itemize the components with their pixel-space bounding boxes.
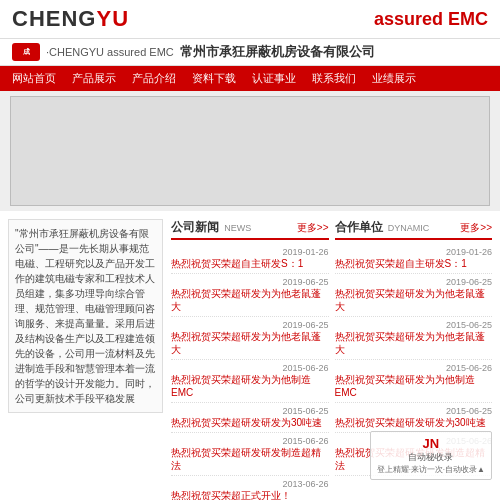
- news-date-6: 2013-06-26: [171, 479, 329, 489]
- news-date-5: 2015-06-26: [171, 436, 329, 446]
- hero-image: [10, 96, 490, 206]
- watermark-sub: 自动秘收录: [377, 451, 485, 464]
- emblem-text: 成: [23, 47, 30, 57]
- brand-text: ·CHENGYU assured EMC: [46, 46, 174, 58]
- nav-intro[interactable]: 产品介绍: [124, 66, 184, 91]
- hero-banner: [0, 91, 500, 211]
- news-title: 公司新闻 NEWS: [171, 219, 251, 236]
- partner-item-3: 2015-06-26 热烈祝贺买荣超研发为为他制造EMC: [335, 360, 493, 403]
- watermark-logo: JN: [377, 436, 485, 451]
- nav-download[interactable]: 资料下载: [184, 66, 244, 91]
- partner-item-2: 2015-06-25 热烈祝贺买荣超研发为为他老鼠蓬大: [335, 317, 493, 360]
- news-item-2: 2019-06-25 热烈祝贺买荣超研发为为他老鼠蓬大: [171, 317, 329, 360]
- news-item-0: 2019-01-26 热烈祝贺买荣超自主研发S：1: [171, 244, 329, 274]
- partner-date-3: 2015-06-26: [335, 363, 493, 373]
- partner-date-1: 2019-06-25: [335, 277, 493, 287]
- company-description: "常州市承狂屏蔽机房设备有限公司"——是一先长期从事规范电磁、工程研究以及产品开…: [8, 219, 163, 413]
- nav-showcase[interactable]: 业绩展示: [364, 66, 424, 91]
- logo-left: CHENGYU: [12, 6, 129, 32]
- watermark: JN 自动秘收录 登上精耀·来访一次·自动收录▲: [370, 431, 492, 480]
- news-header: 公司新闻 NEWS 更多>>: [171, 219, 329, 240]
- news-item-4: 2015-06-25 热烈祝贺买荣超研发研发为30吨速: [171, 403, 329, 433]
- news-link-1[interactable]: 热烈祝贺买荣超研发为为他老鼠蓬大: [171, 287, 329, 313]
- company-name: 常州市承狂屏蔽机房设备有限公司: [180, 43, 375, 61]
- news-link-2[interactable]: 热烈祝贺买荣超研发为为他老鼠蓬大: [171, 330, 329, 356]
- news-column: 公司新闻 NEWS 更多>> 2019-01-26 热烈祝贺买荣超自主研发S：1…: [171, 219, 329, 500]
- news-date-2: 2019-06-25: [171, 320, 329, 330]
- logo-tagline: assured EMC: [374, 9, 488, 30]
- partner-date-2: 2015-06-25: [335, 320, 493, 330]
- brand-emblem: 成: [12, 43, 40, 61]
- partner-link-0[interactable]: 热烈祝贺买荣超自主研发S：1: [335, 257, 493, 270]
- partner-link-4[interactable]: 热烈祝贺买荣超研发研发为30吨速: [335, 416, 493, 429]
- news-item-6: 2013-06-26 热烈祝贺买荣超正式开业！: [171, 476, 329, 500]
- partner-more-link[interactable]: 更多>>: [460, 221, 492, 235]
- partner-link-1[interactable]: 热烈祝贺买荣超研发为为他老鼠蓬大: [335, 287, 493, 313]
- sub-header: 成 ·CHENGYU assured EMC 常州市承狂屏蔽机房设备有限公司: [0, 39, 500, 66]
- partner-item-4: 2015-06-25 热烈祝贺买荣超研发研发为30吨速: [335, 403, 493, 433]
- partner-link-3[interactable]: 热烈祝贺买荣超研发为为他制造EMC: [335, 373, 493, 399]
- partner-item-1: 2019-06-25 热烈祝贺买荣超研发为为他老鼠蓬大: [335, 274, 493, 317]
- news-link-0[interactable]: 热烈祝贺买荣超自主研发S：1: [171, 257, 329, 270]
- nav-cert[interactable]: 认证事业: [244, 66, 304, 91]
- partner-date-0: 2019-01-26: [335, 247, 493, 257]
- news-more-link[interactable]: 更多>>: [297, 221, 329, 235]
- logo-cheng-text: CHENG: [12, 6, 96, 31]
- partner-title-text: 合作单位: [335, 220, 383, 234]
- logo-cheng: CHENGYU: [12, 6, 129, 32]
- partner-title: 合作单位 DYNAMIC: [335, 219, 430, 236]
- nav-home[interactable]: 网站首页: [4, 66, 64, 91]
- partner-header: 合作单位 DYNAMIC 更多>>: [335, 219, 493, 240]
- news-title-sub: NEWS: [224, 223, 251, 233]
- site-header: CHENGYU assured EMC: [0, 0, 500, 39]
- news-date-4: 2015-06-25: [171, 406, 329, 416]
- partner-title-sub: DYNAMIC: [388, 223, 430, 233]
- partner-item-0: 2019-01-26 热烈祝贺买荣超自主研发S：1: [335, 244, 493, 274]
- news-link-5[interactable]: 热烈祝贺买荣超研发研发制造超精法: [171, 446, 329, 472]
- news-item-5: 2015-06-26 热烈祝贺买荣超研发研发制造超精法: [171, 433, 329, 476]
- partner-date-4: 2015-06-25: [335, 406, 493, 416]
- watermark-tagline: 登上精耀·来访一次·自动收录▲: [377, 464, 485, 475]
- brand-label: ·CHENGYU assured EMC: [46, 46, 174, 58]
- news-item-1: 2019-06-25 热烈祝贺买荣超研发为为他老鼠蓬大: [171, 274, 329, 317]
- news-link-4[interactable]: 热烈祝贺买荣超研发研发为30吨速: [171, 416, 329, 429]
- news-date-1: 2019-06-25: [171, 277, 329, 287]
- news-date-3: 2015-06-26: [171, 363, 329, 373]
- partner-link-2[interactable]: 热烈祝贺买荣超研发为为他老鼠蓬大: [335, 330, 493, 356]
- news-date-0: 2019-01-26: [171, 247, 329, 257]
- logo-yu-text: YU: [96, 6, 129, 31]
- left-panel: "常州市承狂屏蔽机房设备有限公司"——是一先长期从事规范电磁、工程研究以及产品开…: [8, 219, 163, 500]
- news-link-6[interactable]: 热烈祝贺买荣超正式开业！: [171, 489, 329, 500]
- nav-contact[interactable]: 联系我们: [304, 66, 364, 91]
- news-item-3: 2015-06-26 热烈祝贺买荣超研发为为他制造EMC: [171, 360, 329, 403]
- news-title-text: 公司新闻: [171, 220, 219, 234]
- main-nav: 网站首页 产品展示 产品介绍 资料下载 认证事业 联系我们 业绩展示: [0, 66, 500, 91]
- nav-products[interactable]: 产品展示: [64, 66, 124, 91]
- news-link-3[interactable]: 热烈祝贺买荣超研发为为他制造EMC: [171, 373, 329, 399]
